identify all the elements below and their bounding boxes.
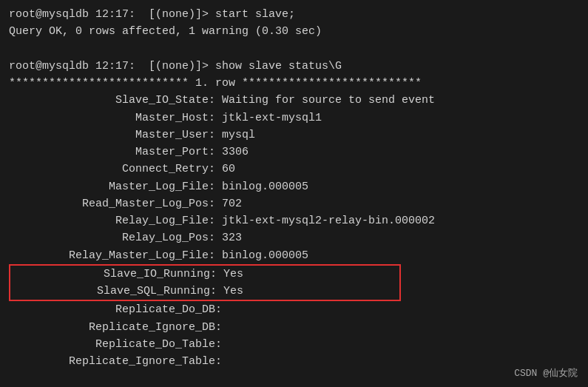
line-19: Replicate_Ignore_DB:	[9, 319, 579, 336]
line-15: Relay_Master_Log_File: binlog.000005	[9, 247, 579, 264]
line-7: Master_Host: jtkl-ext-mysql1	[9, 110, 579, 127]
line-4: root@mysqldb 12:17: [(none)]> show slave…	[9, 58, 579, 75]
line-16-io-running: Slave_IO_Running: Yes	[10, 266, 399, 283]
line-11: Master_Log_File: binlog.000005	[9, 178, 579, 195]
line-1: root@mysqldb 12:17: [(none)]> start slav…	[9, 6, 579, 23]
line-13: Relay_Log_File: jtkl-ext-mysql2-relay-bi…	[9, 212, 579, 229]
line-20: Replicate_Do_Table:	[9, 336, 579, 353]
line-8: Master_User: mysql	[9, 127, 579, 144]
line-5: *************************** 1. row *****…	[9, 75, 579, 92]
line-12: Read_Master_Log_Pos: 702	[9, 195, 579, 212]
line-10: Connect_Retry: 60	[9, 161, 579, 178]
watermark: CSDN @仙女院	[514, 366, 578, 380]
line-2: Query OK, 0 rows affected, 1 warning (0.…	[9, 23, 579, 40]
line-6: Slave_IO_State: Waiting for source to se…	[9, 92, 579, 109]
line-17-sql-running: Slave_SQL_Running: Yes	[10, 283, 399, 300]
line-14: Relay_Log_Pos: 323	[9, 229, 579, 246]
terminal: root@mysqldb 12:17: [(none)]> start slav…	[0, 0, 588, 387]
line-21: Replicate_Ignore_Table:	[9, 353, 579, 370]
line-18: Replicate_Do_DB:	[9, 301, 579, 318]
line-3	[9, 41, 579, 58]
line-9: Master_Port: 3306	[9, 144, 579, 161]
